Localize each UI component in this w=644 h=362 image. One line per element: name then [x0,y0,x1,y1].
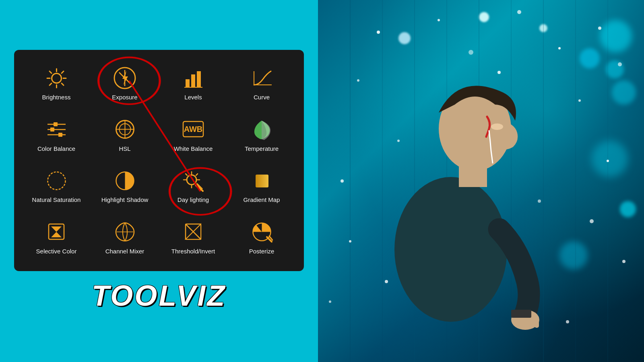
svg-point-65 [491,123,503,130]
tool-highlight-shadow[interactable]: Highlight Shadow [91,160,159,212]
svg-rect-21 [58,133,62,137]
svg-rect-64 [459,163,487,187]
hsl-label: HSL [119,145,130,153]
tool-grid-container: Brightness Exposure [14,50,304,271]
tool-exposure[interactable]: Exposure [91,58,159,109]
svg-rect-12 [197,71,201,87]
svg-line-5 [50,71,52,73]
gradient-map-icon [250,169,274,193]
levels-icon [181,66,205,90]
color-balance-icon [44,117,68,142]
channel-mixer-icon [113,220,137,244]
threshold-invert-icon [181,220,205,244]
tool-hsl[interactable]: HSL [91,109,159,161]
natural-saturation-icon [44,169,68,193]
threshold-invert-label: Threshold/Invert [171,247,215,255]
brand-logo: TOOLVIZ [92,279,227,312]
natural-saturation-label: Natural Saturation [32,196,81,204]
selective-color-label: Selective Color [36,247,77,255]
color-balance-label: Color Balance [37,145,75,153]
tool-posterize[interactable]: Posterize [227,212,296,263]
tool-temperature[interactable]: Temperature [227,109,296,161]
temperature-icon [250,117,274,142]
svg-line-37 [196,174,198,175]
svg-point-62 [394,177,507,322]
hsl-icon [113,117,137,142]
exposure-icon [113,66,137,90]
curve-icon [250,66,274,90]
tool-white-balance[interactable]: AWB White Balance [159,109,227,161]
person-silhouette [350,8,584,362]
svg-rect-68 [535,316,539,328]
svg-line-8 [50,83,52,85]
photo-panel [318,0,644,362]
channel-mixer-label: Channel Mixer [105,247,144,255]
svg-line-7 [62,71,64,73]
tool-selective-color[interactable]: Selective Color [22,212,91,263]
tool-gradient-map[interactable]: Gradient Map [227,160,296,212]
svg-rect-40 [256,175,268,187]
svg-rect-11 [191,74,195,87]
svg-rect-17 [54,122,58,126]
tool-levels[interactable]: Levels [159,58,227,109]
brightness-label: Brightness [42,93,71,101]
svg-line-6 [62,83,64,85]
tool-natural-saturation[interactable]: Natural Saturation [22,160,91,212]
svg-marker-39 [195,183,203,191]
svg-point-30 [187,175,196,185]
tool-curve[interactable]: Curve [227,58,296,109]
brightness-icon [44,66,68,90]
svg-rect-10 [186,79,190,87]
posterize-label: Posterize [249,247,275,255]
exposure-label: Exposure [112,93,137,101]
highlight-shadow-label: Highlight Shadow [101,196,149,204]
svg-text:AWB: AWB [184,125,203,134]
svg-point-28 [47,172,65,189]
temperature-label: Temperature [245,145,279,153]
tool-channel-mixer[interactable]: Channel Mixer [91,212,159,263]
day-lighting-icon [181,169,205,193]
day-lighting-label: Day lighting [178,196,209,204]
gradient-map-label: Gradient Map [244,196,280,204]
white-balance-icon: AWB [181,117,205,142]
left-panel: Brightness Exposure [0,0,318,362]
white-balance-label: White Balance [174,145,213,153]
svg-rect-69 [511,310,531,318]
svg-point-0 [52,73,61,83]
curve-label: Curve [254,93,270,101]
tool-day-lighting[interactable]: Day lighting [159,160,227,212]
svg-line-35 [186,174,187,175]
svg-rect-19 [50,128,54,132]
highlight-shadow-icon [113,169,137,193]
tool-brightness[interactable]: Brightness [22,58,91,109]
posterize-icon [250,220,274,244]
tool-color-balance[interactable]: Color Balance [22,109,91,161]
tool-grid: Brightness Exposure [22,58,296,263]
selective-color-icon [44,220,68,244]
tool-threshold-invert[interactable]: Threshold/Invert [159,212,227,263]
levels-label: Levels [184,93,202,101]
